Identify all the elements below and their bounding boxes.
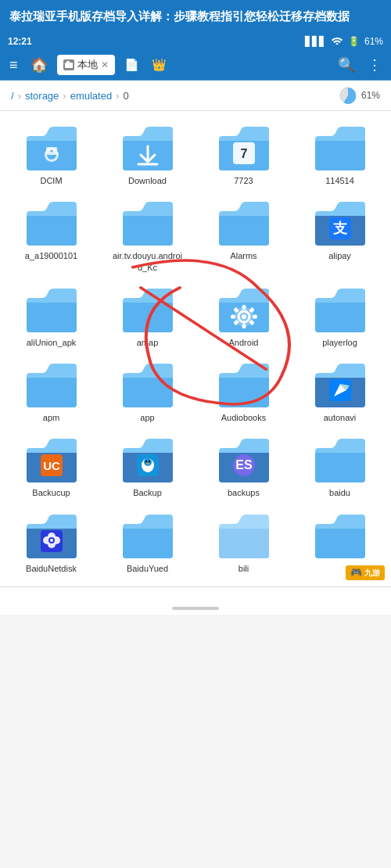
- folder-114514[interactable]: 114514: [292, 117, 388, 192]
- folder-baidunetdisk-label: BaiduNetdisk: [26, 563, 77, 574]
- folder-app-label: app: [140, 412, 154, 423]
- status-icons: ▋▋▋ 🔋 61%: [305, 35, 383, 47]
- folder-app[interactable]: app: [99, 354, 196, 429]
- folder-autonavi-label: autonavi: [324, 412, 357, 423]
- folder-audiobooks-icon: [216, 362, 272, 409]
- folder-download[interactable]: Download: [99, 117, 196, 192]
- status-bar: 12:21 ▋▋▋ 🔋 61%: [0, 32, 391, 50]
- svg-text:UC: UC: [43, 459, 60, 472]
- status-time: 12:21: [8, 36, 32, 47]
- tab-local-icon: [63, 59, 74, 70]
- folder-alipay[interactable]: 支 alipay: [292, 192, 388, 279]
- breadcrumb-chevron1: ›: [18, 90, 21, 102]
- tab-close-icon[interactable]: ✕: [101, 59, 109, 70]
- storage-percent: 61%: [361, 90, 380, 101]
- svg-point-7: [50, 150, 52, 152]
- folder-alarms-label: Alarms: [230, 250, 256, 261]
- nav-menu-icon[interactable]: ≡: [6, 56, 21, 75]
- folder-amap[interactable]: amap: [99, 279, 196, 354]
- folder-bili[interactable]: bili: [196, 505, 292, 580]
- folder-alarms[interactable]: Alarms: [196, 192, 292, 279]
- folder-douyu-label: air.tv.douyu.android_Kc: [113, 250, 183, 273]
- svg-point-35: [146, 463, 149, 464]
- folder-backup[interactable]: Backup: [99, 429, 196, 504]
- folder-baidu[interactable]: baidu: [292, 429, 388, 504]
- watermark: 🎮 九游: [346, 565, 385, 580]
- folder-a_a19000101[interactable]: a_a19000101: [3, 192, 99, 279]
- breadcrumb-bar: / › storage › emulated › 0 61%: [0, 81, 391, 111]
- folder-android[interactable]: Android: [196, 279, 292, 354]
- svg-rect-1: [65, 63, 73, 68]
- folder-backups[interactable]: ES backups: [196, 429, 292, 504]
- folder-a_a19000101-icon: [23, 200, 80, 247]
- folder-playerlog[interactable]: playerlog: [292, 279, 388, 354]
- folder-bili-icon: [216, 513, 272, 560]
- folder-backucup[interactable]: UC Backucup: [3, 429, 99, 504]
- folder-autonavi[interactable]: autonavi: [292, 354, 388, 429]
- svg-rect-2: [66, 61, 70, 63]
- folder-baiduyued-icon: [120, 513, 176, 560]
- folder-app-icon: [120, 362, 176, 409]
- folder-dcim[interactable]: DCIM: [3, 117, 99, 192]
- signal-bars-icon: ▋▋▋: [305, 36, 326, 47]
- folder-backucup-icon: UC: [23, 437, 80, 484]
- svg-point-16: [242, 314, 246, 319]
- svg-rect-20: [253, 314, 257, 318]
- folder-baiduyued-label: BaiduYued: [127, 563, 168, 574]
- folder-audiobooks-label: Audiobooks: [221, 412, 267, 423]
- watermark-icon: 🎮: [350, 567, 362, 578]
- nav-tab2-icon[interactable]: 📄: [121, 56, 142, 74]
- nav-crown-icon[interactable]: 👑: [149, 56, 170, 74]
- svg-text:支: 支: [332, 221, 348, 236]
- breadcrumb-root[interactable]: /: [11, 90, 14, 102]
- nav-search-icon[interactable]: 🔍: [335, 55, 358, 75]
- folder-alipay-icon: 支: [312, 200, 368, 247]
- folder-alipay-label: alipay: [328, 250, 351, 261]
- breadcrumb-chevron3: ›: [116, 90, 119, 102]
- svg-rect-19: [231, 314, 235, 318]
- nav-more-icon[interactable]: ⋮: [364, 55, 385, 75]
- svg-text:7: 7: [240, 147, 247, 160]
- battery-icon: 🔋: [348, 36, 360, 47]
- nav-home-icon[interactable]: 🏠: [27, 55, 51, 75]
- folder-7723-label: 7723: [234, 175, 253, 186]
- article-title: 泰拉瑞亚手机版存档导入详解：步骤教程指引您轻松迁移存档数据: [9, 9, 350, 23]
- folder-baidunetdisk[interactable]: BaiduNetdisk: [3, 505, 99, 580]
- folder-audiobooks[interactable]: Audiobooks: [196, 354, 292, 429]
- breadcrumb-chevron2: ›: [63, 90, 66, 102]
- folder-alarms-icon: [216, 200, 272, 247]
- folder-7723-icon: 7: [216, 125, 272, 172]
- folder-empty-icon: [312, 513, 368, 560]
- svg-text:ES: ES: [235, 458, 253, 472]
- folder-aliunion[interactable]: aliUnion_apk: [3, 279, 99, 354]
- folder-backups-label: backups: [228, 487, 260, 498]
- tab-local-label: 本地: [77, 58, 98, 72]
- file-grid-section: DCIM Download 7 7723: [0, 111, 391, 586]
- scroll-indicator: [172, 607, 219, 610]
- folder-autonavi-icon: [312, 362, 368, 409]
- svg-rect-17: [242, 305, 246, 310]
- folder-backups-icon: ES: [216, 437, 272, 484]
- folder-apm[interactable]: apm: [3, 354, 99, 429]
- folder-baiduyued[interactable]: BaiduYued: [99, 505, 196, 580]
- folder-dcim-label: DCIM: [40, 175, 62, 186]
- breadcrumb-emulated[interactable]: emulated: [70, 90, 112, 102]
- folder-playerlog-icon: [312, 287, 368, 334]
- folder-douyu[interactable]: air.tv.douyu.android_Kc: [99, 192, 196, 279]
- file-grid: DCIM Download 7 7723: [0, 111, 391, 586]
- svg-point-32: [144, 458, 152, 466]
- folder-7723[interactable]: 7 7723: [196, 117, 292, 192]
- folder-amap-icon: [120, 287, 176, 334]
- folder-baidu-label: baidu: [329, 487, 350, 498]
- folder-backup-icon: [120, 437, 176, 484]
- folder-android-label: Android: [229, 337, 259, 348]
- nav-bar: ≡ 🏠 本地 ✕ 📄 👑 🔍 ⋮: [0, 50, 391, 81]
- breadcrumb-storage[interactable]: storage: [25, 90, 59, 102]
- wifi-icon: [331, 35, 343, 47]
- folder-backucup-label: Backucup: [32, 487, 70, 498]
- svg-rect-45: [216, 513, 272, 560]
- folder-apm-label: apm: [43, 412, 59, 423]
- nav-tab-local[interactable]: 本地 ✕: [57, 55, 115, 75]
- battery-percent: 61%: [364, 36, 383, 47]
- folder-114514-label: 114514: [325, 175, 354, 186]
